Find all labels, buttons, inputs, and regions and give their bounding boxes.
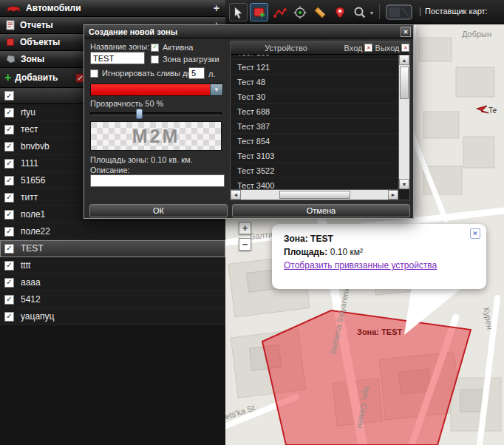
balloon-area-value: 0.10 км² (330, 247, 363, 257)
show-linked-devices-link[interactable]: Отобразить привязанные устройства (284, 260, 437, 271)
zone-name-input[interactable] (90, 52, 145, 64)
zone-color-picker[interactable]: ▼ (90, 84, 223, 96)
overview-map-toggle-button[interactable] (384, 3, 415, 21)
device-table-header: Устройство Вход Выход (231, 41, 409, 55)
device-row[interactable]: Тест 854 (231, 134, 398, 149)
zone-row-checkbox[interactable] (4, 176, 14, 186)
zone-row-checkbox[interactable] (4, 227, 14, 237)
device-row[interactable]: Тест 688 (231, 104, 398, 119)
device-row[interactable]: Тест 121 (231, 60, 398, 75)
zone-row-checkbox[interactable] (4, 312, 14, 322)
sidebar-section-label: Отчеты (20, 20, 53, 30)
locate-tool-button[interactable] (290, 3, 309, 21)
exit-all-checkbox[interactable] (401, 44, 409, 52)
zone-row-checkbox[interactable] (4, 108, 14, 118)
device-hscrollbar[interactable]: ◄ ► (231, 189, 398, 200)
cancel-button[interactable]: Отмена (232, 204, 410, 217)
device-rows-viewport: Тест 155 Тест 121 Тест 48 Тест 30 (231, 55, 398, 189)
zone-row[interactable]: 5412 (0, 291, 225, 308)
create-zone-dialog: Создание новой зоны ✕ Название зоны: Акт… (84, 24, 414, 219)
opacity-slider-track (90, 112, 222, 115)
device-row[interactable]: Тест 48 (231, 75, 398, 89)
geozone-caption: Зона: TEST (357, 327, 402, 336)
map-provider-label: Поставщик карт: (425, 7, 488, 16)
zone-row[interactable]: TEST (0, 240, 225, 257)
zone-row-checkbox[interactable] (4, 159, 14, 169)
ok-button[interactable]: ОК (89, 204, 228, 217)
opacity-label: Прозрачность 50 % (90, 99, 163, 108)
toolbar-separator (379, 4, 380, 19)
active-checkbox[interactable] (151, 44, 159, 52)
device-row[interactable]: Тест 3103 (231, 149, 398, 163)
scroll-left-icon[interactable]: ◄ (231, 190, 241, 200)
device-row-label: Тест 48 (237, 78, 265, 86)
search-dropdown-caret-icon[interactable]: ▾ (370, 10, 373, 16)
device-row[interactable]: Тест 3400 (231, 178, 398, 189)
zone-info-balloon: ✕ Зона: TEST Площадь: 0.10 км² Отобразит… (272, 224, 486, 289)
zone-row-checkbox[interactable] (4, 210, 14, 220)
app-screen: Добрын Балтийская Semena Sklyarenka St в… (0, 0, 504, 445)
zoom-out-button[interactable]: − (239, 238, 251, 251)
add-zone-button[interactable]: Добавить (15, 72, 58, 83)
zone-row[interactable]: tttt (0, 257, 225, 274)
device-row[interactable]: Тест 387 (231, 119, 398, 134)
color-dropdown-icon[interactable]: ▼ (210, 84, 222, 95)
zone-row-checkbox[interactable] (4, 125, 14, 135)
unload-zone-checkbox[interactable] (151, 55, 159, 64)
zoom-in-button[interactable]: + (239, 222, 251, 234)
zone-row-label: 5412 (21, 294, 41, 305)
dialog-close-icon[interactable]: ✕ (401, 27, 411, 37)
sidebar-section-label: Зоны (21, 54, 44, 64)
ignore-drains-checkbox[interactable] (90, 69, 98, 78)
zone-row[interactable]: поле22 (0, 223, 225, 240)
select-all-checkbox[interactable] (4, 91, 14, 101)
ruler-tool-button[interactable] (310, 3, 329, 21)
description-label: Описание: (90, 166, 130, 174)
balloon-zone-label: Зона: (284, 234, 308, 244)
zone-row-checkbox[interactable] (4, 295, 14, 305)
vscroll-thumb[interactable] (400, 67, 409, 99)
ignore-drains-label: Игнорировать сливы до (102, 69, 191, 78)
description-input[interactable] (90, 174, 225, 187)
scroll-down-icon[interactable]: ▼ (399, 179, 409, 189)
zone-row-checkbox[interactable] (4, 261, 14, 271)
entry-column-header[interactable]: Вход (341, 44, 375, 52)
device-row-label: Тест 3522 (237, 166, 274, 175)
entry-all-checkbox[interactable] (364, 44, 372, 52)
object-icon (6, 38, 15, 47)
device-row[interactable]: Тест 155 (231, 55, 398, 60)
pointer-tool-button[interactable] (229, 3, 248, 21)
expand-icon[interactable]: + (214, 3, 219, 13)
draw-zone-tool-button[interactable] (250, 3, 268, 21)
zone-row[interactable]: уацапуц (0, 308, 225, 325)
opacity-slider-thumb[interactable] (136, 109, 143, 119)
hscroll-thumb[interactable] (279, 191, 350, 199)
zone-row-checkbox[interactable] (4, 142, 14, 152)
sidebar-section-cars[interactable]: Автомобили + (0, 0, 225, 17)
zone-row[interactable]: aaaa (0, 274, 225, 291)
dialog-titlebar[interactable]: Создание новой зоны ✕ (84, 25, 413, 38)
zone-row-label: aaaa (21, 277, 41, 288)
zone-row-checkbox[interactable] (4, 244, 14, 254)
poi-tool-button[interactable] (330, 3, 349, 21)
exit-column-header[interactable]: Выход (375, 44, 409, 52)
track-icon (273, 6, 287, 19)
ignore-drains-input[interactable] (188, 67, 205, 79)
track-tool-button[interactable] (270, 3, 289, 21)
zone-row-checkbox[interactable] (4, 193, 14, 203)
zone-row-label: TEST (21, 243, 44, 254)
scroll-right-icon[interactable]: ► (388, 190, 398, 200)
balloon-close-icon[interactable]: ✕ (470, 228, 480, 239)
device-row[interactable]: Тест 30 (231, 89, 398, 104)
balloon-area-label: Площадь: (284, 247, 327, 257)
opacity-slider[interactable] (90, 109, 222, 119)
device-vscrollbar[interactable]: ▲ ▼ (398, 55, 409, 189)
zone-row-label: тест (21, 124, 38, 135)
device-row[interactable]: Тест 3522 (231, 163, 398, 178)
device-column-header[interactable]: Устройство (231, 44, 341, 52)
search-tool-button[interactable] (350, 3, 369, 21)
zone-row-checkbox[interactable] (4, 278, 14, 288)
provider-divider: | (419, 6, 421, 16)
zone-color-swatch (91, 84, 210, 95)
scroll-up-icon[interactable]: ▲ (399, 55, 409, 65)
